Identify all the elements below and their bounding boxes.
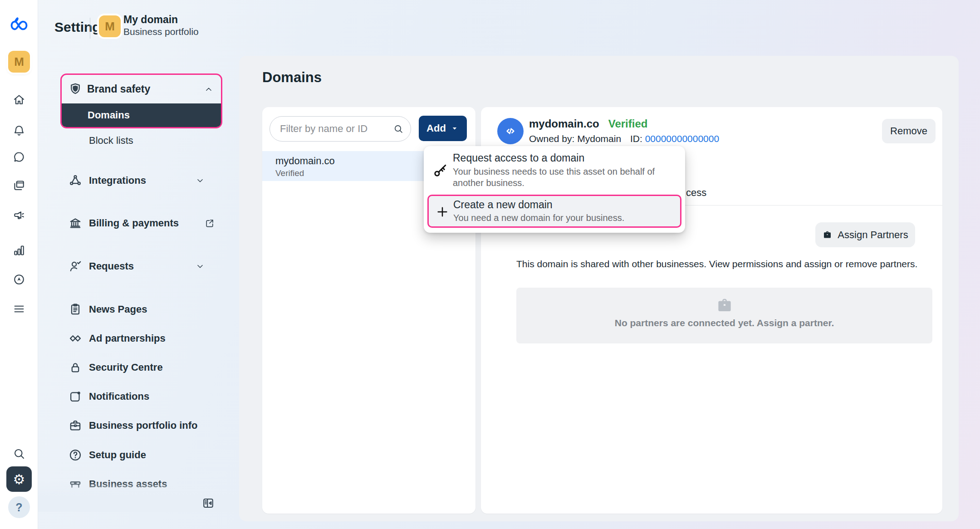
external-link-icon <box>204 218 215 229</box>
brand-safety-highlight-box: Brand safety Domains <box>60 73 222 128</box>
menu-item-request-access[interactable]: Request access to a domain Your business… <box>424 146 685 195</box>
all-tools-menu-icon[interactable] <box>0 302 38 316</box>
notification-square-icon <box>68 389 83 404</box>
ads-manager-icon[interactable] <box>0 273 38 286</box>
domain-owner-line: Owned by: Mydomain ID: 00000000000000 <box>529 133 719 144</box>
ads-megaphone-icon[interactable] <box>0 209 38 222</box>
plus-icon <box>435 205 450 219</box>
owner-text: Owned by: Mydomain <box>529 133 621 144</box>
pages-icon[interactable] <box>0 179 38 192</box>
assign-partners-button[interactable]: Assign Partners <box>815 222 915 247</box>
partners-description: This domain is shared with other busines… <box>516 259 917 269</box>
sidebar-item-ad-partnerships[interactable]: Ad partnerships <box>68 328 239 348</box>
search-icon[interactable] <box>0 447 38 460</box>
domain-row-name: mydomain.co <box>275 155 335 167</box>
code-domain-icon <box>497 118 524 144</box>
settings-sidebar: Brand safety Domains Block lists Integra… <box>38 56 239 529</box>
question-circle-icon <box>68 448 83 462</box>
domain-row-status: Verified <box>275 168 304 178</box>
partners-empty-state: No partners are connected yet. Assign a … <box>516 288 932 343</box>
sidebar-item-integrations[interactable]: Integrations <box>68 171 239 191</box>
shield-icon <box>68 82 83 96</box>
domains-page-title: Domains <box>262 69 322 86</box>
brand-safety-label: Brand safety <box>87 75 150 103</box>
handshake-icon <box>68 331 83 346</box>
key-icon <box>432 162 449 179</box>
portfolio-name: My domain <box>123 14 178 26</box>
business-avatar[interactable]: M <box>8 51 30 73</box>
menu-item-title: Create a new domain <box>453 199 553 211</box>
person-check-icon <box>68 259 83 274</box>
menu-item-description: You need a new domain for your business. <box>453 213 624 223</box>
sidebar-item-requests[interactable]: Requests <box>68 256 239 276</box>
help-icon[interactable]: ? <box>8 496 30 518</box>
sidebar-item-block-lists[interactable]: Block lists <box>89 131 133 151</box>
sidebar-item-brand-safety[interactable]: Brand safety <box>62 75 221 103</box>
header-divider <box>90 18 90 39</box>
sidebar-item-domains-selected[interactable]: Domains <box>62 103 221 127</box>
id-value-link[interactable]: 00000000000000 <box>645 133 720 144</box>
sidebar-item-business-portfolio-info[interactable]: Business portfolio info <box>68 416 239 436</box>
search-icon <box>393 123 404 134</box>
messages-icon[interactable] <box>0 150 38 164</box>
chevron-up-icon <box>204 84 214 94</box>
briefcase-icon <box>822 230 833 240</box>
filter-field <box>270 116 411 142</box>
lock-icon <box>68 360 83 375</box>
briefcase-icon <box>516 296 932 315</box>
sidebar-item-notifications[interactable]: Notifications <box>68 387 239 407</box>
sidebar-item-news-pages[interactable]: News Pages <box>68 299 239 319</box>
left-icon-rail: M ⚙ ? <box>0 0 38 529</box>
settings-gear-icon[interactable]: ⚙ <box>6 466 32 492</box>
domains-label: Domains <box>88 103 130 127</box>
collapse-sidebar-icon[interactable] <box>201 496 215 510</box>
bank-icon <box>68 216 83 230</box>
sidebar-item-security-centre[interactable]: Security Centre <box>68 358 239 377</box>
clipboard-icon <box>68 302 83 317</box>
sidebar-item-setup-guide[interactable]: Setup guide <box>68 445 239 465</box>
domain-title-line: mydomain.co Verified <box>529 118 647 130</box>
sidebar-item-billing-payments[interactable]: Billing & payments <box>68 213 239 233</box>
domain-name: mydomain.co <box>529 118 599 130</box>
verified-badge: Verified <box>608 118 648 130</box>
add-dropdown-menu: Request access to a domain Your business… <box>424 146 685 233</box>
menu-item-description: Your business needs to use this asset on… <box>453 166 680 189</box>
meta-logo[interactable] <box>0 15 38 35</box>
main-content: Domains Add mydomain.co Verified mydomai… <box>239 56 959 521</box>
caret-down-icon <box>450 124 459 133</box>
header: Settings M My domain Business portfolio <box>38 0 980 56</box>
id-label: ID: <box>630 133 642 144</box>
menu-item-create-domain-highlighted[interactable]: Create a new domain You need a new domai… <box>427 195 681 228</box>
chevron-down-icon <box>195 261 205 271</box>
portfolio-avatar[interactable]: M <box>99 15 121 37</box>
briefcase-icon <box>68 418 83 433</box>
portfolio-type: Business portfolio <box>123 26 199 37</box>
chevron-down-icon <box>195 176 205 186</box>
notifications-bell-icon[interactable] <box>0 124 38 137</box>
remove-button[interactable]: Remove <box>882 119 936 143</box>
empty-state-text: No partners are connected yet. Assign a … <box>516 318 932 328</box>
insights-chart-icon[interactable] <box>0 244 38 257</box>
integrations-icon <box>68 173 83 188</box>
menu-item-title: Request access to a domain <box>453 152 584 164</box>
home-icon[interactable] <box>0 93 38 107</box>
partially-hidden-tab-label: cess <box>686 187 706 199</box>
filter-input[interactable] <box>270 116 411 142</box>
add-button[interactable]: Add <box>419 116 467 141</box>
